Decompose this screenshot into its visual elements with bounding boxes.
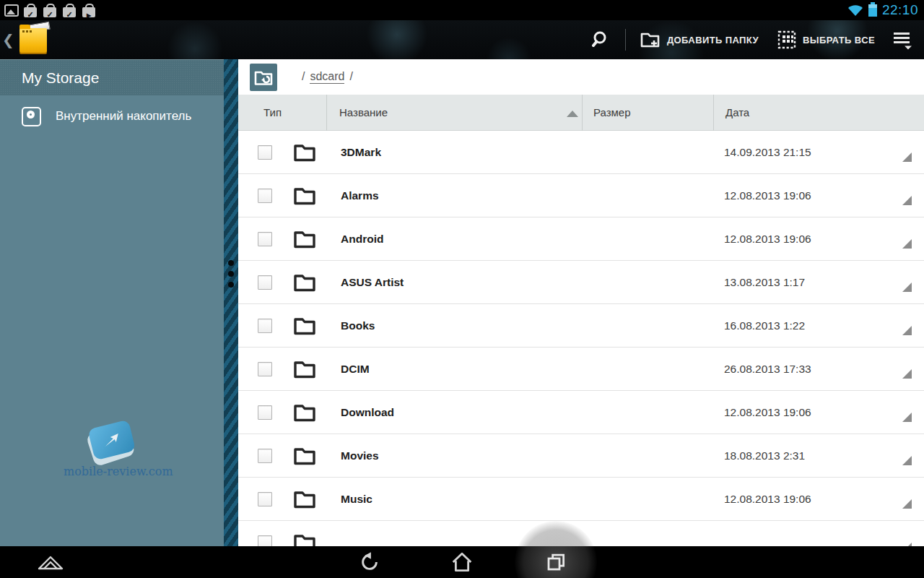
row-expander-icon[interactable]	[902, 196, 912, 205]
wifi-icon	[847, 4, 863, 17]
sidebar-resize-handle[interactable]	[224, 59, 238, 546]
status-bar: ✓ ✓ ✓ ▶ 22:10	[0, 0, 924, 20]
file-row[interactable]: Download 12.08.2013 19:06	[238, 391, 924, 434]
file-row[interactable]: Books 16.08.2013 1:22	[238, 304, 924, 348]
watermark-text: mobile-review.com	[64, 465, 186, 478]
back-button[interactable]	[349, 546, 390, 578]
file-name: Music	[341, 478, 372, 521]
sidebar: My Storage Внутренний накопитель mobile-…	[0, 59, 238, 546]
file-name: Download	[341, 391, 394, 434]
column-divider	[582, 95, 583, 131]
row-expander-icon[interactable]	[902, 152, 912, 162]
watermark: mobile-review.com	[64, 424, 186, 478]
select-all-icon	[777, 30, 796, 49]
file-row[interactable]: Music 12.08.2013 19:06	[238, 478, 924, 521]
file-row[interactable]: Alarms 12.08.2013 19:06	[238, 174, 924, 217]
folder-icon	[293, 272, 316, 293]
folder-icon	[293, 489, 316, 509]
file-name: Books	[341, 304, 375, 348]
row-checkbox[interactable]	[258, 449, 272, 463]
home-button[interactable]	[442, 546, 482, 578]
internal-storage-icon	[22, 107, 41, 126]
row-expander-icon[interactable]	[902, 239, 912, 249]
sidebar-item-internal-storage[interactable]: Внутренний накопитель	[0, 95, 238, 137]
home-icon	[450, 551, 474, 573]
folder-icon	[293, 229, 316, 249]
add-folder-icon	[640, 31, 661, 48]
row-expander-icon[interactable]	[902, 499, 912, 509]
app-update-check-icon: ✓	[63, 4, 77, 17]
add-folder-button[interactable]: ДОБАВИТЬ ПАПКУ	[636, 20, 763, 59]
folder-icon	[293, 446, 316, 466]
file-list-panel: / sdcard / Тип Название Размер Дата	[238, 59, 924, 546]
row-expander-icon[interactable]	[902, 369, 912, 379]
sort-ascending-icon	[567, 111, 578, 117]
action-bar: ❮ ДОБАВИТЬ ПАПКУ	[0, 20, 924, 59]
file-row[interactable]: Movies 18.08.2013 2:31	[238, 434, 924, 478]
file-row[interactable]: Android 12.08.2013 19:06	[238, 217, 924, 261]
row-checkbox[interactable]	[258, 535, 272, 547]
file-list: 3DMark 14.09.2013 21:15 Alarms 12.08.201…	[238, 131, 924, 546]
column-divider	[713, 95, 714, 131]
file-date: 14.09.2013 21:15	[724, 131, 811, 174]
row-expander-icon[interactable]	[902, 413, 912, 422]
menu-icon	[894, 33, 910, 47]
back-icon	[359, 551, 380, 573]
row-checkbox[interactable]	[258, 275, 272, 290]
folder-icon	[293, 402, 316, 423]
notification-area[interactable]: ✓ ✓ ✓ ▶	[0, 4, 96, 17]
row-expander-icon[interactable]	[902, 282, 912, 292]
mobile-review-logo-icon	[87, 420, 136, 462]
file-manager-app-icon[interactable]	[18, 24, 50, 56]
file-date: 18.08.2013 2:31	[724, 434, 805, 478]
file-date: 13.08.2013 1:17	[724, 261, 805, 304]
recents-icon	[545, 551, 567, 573]
breadcrumb: / sdcard /	[238, 59, 924, 95]
table-header: Тип Название Размер Дата	[238, 95, 924, 131]
drag-dots-icon	[228, 260, 234, 293]
search-icon	[592, 30, 611, 49]
search-button[interactable]	[588, 20, 615, 59]
file-row[interactable]: 3DMark 14.09.2013 21:15	[238, 131, 924, 174]
row-checkbox[interactable]	[258, 405, 272, 420]
file-date: 16.08.2013 1:22	[724, 304, 805, 348]
folder-up-icon[interactable]	[250, 64, 277, 91]
back-chevron-icon[interactable]: ❮	[0, 20, 15, 59]
row-expander-icon[interactable]	[902, 326, 912, 335]
column-header-name[interactable]: Название	[339, 95, 388, 131]
file-name: Android	[341, 217, 383, 261]
folder-icon	[293, 142, 316, 163]
file-name: DCIM	[341, 348, 370, 391]
file-date: 12.08.2013 19:06	[724, 174, 811, 217]
row-checkbox[interactable]	[258, 189, 272, 203]
recents-button[interactable]	[536, 546, 576, 578]
file-name: ASUS Artist	[341, 261, 404, 304]
column-header-size[interactable]: Размер	[593, 95, 631, 131]
select-all-button[interactable]: ВЫБРАТЬ ВСЕ	[773, 20, 879, 59]
breadcrumb-link-sdcard[interactable]: sdcard	[310, 70, 344, 84]
row-checkbox[interactable]	[258, 319, 272, 333]
column-header-type[interactable]: Тип	[263, 95, 282, 131]
hide-navbar-button[interactable]	[30, 546, 71, 578]
overflow-menu-button[interactable]	[889, 20, 914, 59]
file-date: 12.08.2013 19:06	[724, 217, 811, 261]
navigation-bar	[0, 546, 924, 578]
row-checkbox[interactable]	[258, 145, 272, 160]
row-checkbox[interactable]	[258, 492, 272, 506]
file-name: 3DMark	[341, 131, 381, 174]
row-expander-icon[interactable]	[902, 456, 912, 465]
breadcrumb-slash: /	[302, 70, 305, 84]
sidebar-item-label: Внутренний накопитель	[56, 109, 191, 124]
battery-icon	[868, 4, 877, 17]
file-row[interactable]: ASUS Artist 13.08.2013 1:17	[238, 261, 924, 304]
row-checkbox[interactable]	[258, 362, 272, 376]
select-all-label: ВЫБРАТЬ ВСЕ	[803, 35, 875, 46]
app-update-check-icon: ✓	[43, 4, 57, 17]
app-update-check-icon: ✓	[24, 4, 38, 17]
folder-icon	[293, 186, 316, 206]
app-download-play-icon: ▶	[82, 4, 96, 17]
file-name: Alarms	[341, 174, 379, 217]
file-row[interactable]: DCIM 26.08.2013 17:33	[238, 348, 924, 391]
column-header-date[interactable]: Дата	[725, 95, 749, 131]
row-checkbox[interactable]	[258, 232, 272, 246]
